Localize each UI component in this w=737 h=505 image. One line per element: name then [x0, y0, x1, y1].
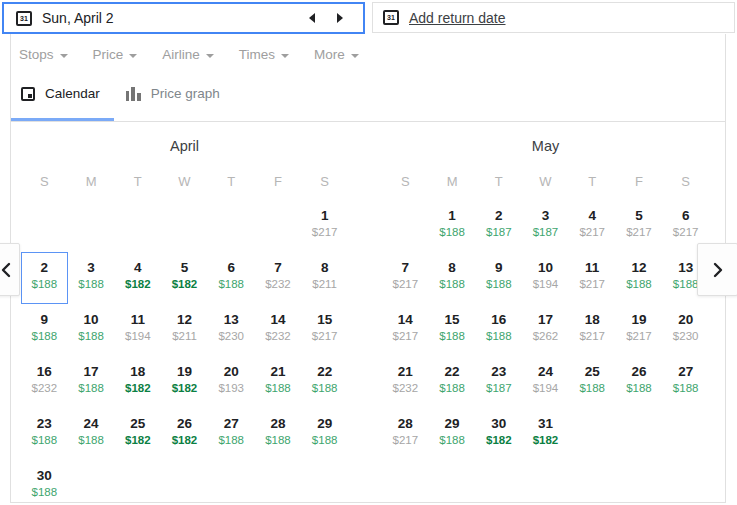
calendar-day-cell[interactable]: 15$217	[301, 304, 348, 356]
calendar-day-cell[interactable]: 28$188	[255, 408, 302, 460]
filter-times[interactable]: Times	[239, 47, 289, 62]
calendar-day-cell[interactable]: 15$188	[429, 304, 476, 356]
next-day-button[interactable]	[329, 4, 351, 32]
calendar-day-cell[interactable]: 6$188	[208, 252, 255, 304]
calendar-day-cell[interactable]: 22$188	[301, 356, 348, 408]
calendar-day-cell[interactable]: 20$193	[208, 356, 255, 408]
previous-day-button[interactable]	[301, 4, 323, 32]
calendar-day-cell[interactable]: 19$182	[161, 356, 208, 408]
calendar-day-cell[interactable]: 21$232	[382, 356, 429, 408]
tab-price-graph[interactable]: Price graph	[126, 86, 220, 101]
filter-more[interactable]: More	[314, 47, 359, 62]
day-number: 19	[162, 364, 207, 380]
calendar-day-cell[interactable]: 30$182	[475, 408, 522, 460]
calendar-day-cell[interactable]: 23$188	[21, 408, 68, 460]
add-return-date-link[interactable]: Add return date	[409, 10, 506, 26]
calendar-day-cell[interactable]: 10$194	[522, 252, 569, 304]
calendar-day-cell[interactable]: 14$217	[382, 304, 429, 356]
calendar-day-cell[interactable]: 9$188	[475, 252, 522, 304]
calendar-day-cell[interactable]: 21$188	[255, 356, 302, 408]
day-header: W	[161, 174, 208, 194]
calendar-day-cell[interactable]: 24$188	[68, 408, 115, 460]
calendar-day-cell[interactable]: 18$182	[114, 356, 161, 408]
calendar-day-cell[interactable]: 28$217	[382, 408, 429, 460]
calendar-day-cell[interactable]: 2$188	[21, 252, 68, 304]
day-number: 5	[617, 208, 662, 224]
day-number: 29	[302, 416, 347, 432]
filter-price[interactable]: Price	[93, 47, 138, 62]
day-number: 13	[209, 312, 254, 328]
calendar-day-cell[interactable]: 27$188	[208, 408, 255, 460]
day-header: S	[662, 174, 709, 194]
filter-stops[interactable]: Stops	[19, 47, 68, 62]
day-number: 20	[663, 312, 708, 328]
calendar-day-cell[interactable]: 11$194	[114, 304, 161, 356]
calendar-day-cell[interactable]: 8$211	[301, 252, 348, 304]
day-number: 4	[570, 208, 615, 224]
day-price: $188	[209, 433, 254, 448]
calendar-day-cell[interactable]: 31$182	[522, 408, 569, 460]
departure-date-field[interactable]: 31 Sun, April 2	[2, 2, 365, 34]
calendar-day-cell[interactable]: 26$182	[161, 408, 208, 460]
calendar-day-cell[interactable]: 16$188	[475, 304, 522, 356]
calendar-day-cell[interactable]: 30$188	[21, 460, 68, 505]
day-price: $217	[570, 277, 615, 292]
calendar-day-cell[interactable]: 16$232	[21, 356, 68, 408]
calendar-31-icon: 31	[383, 10, 399, 25]
calendar-day-cell[interactable]: 3$188	[68, 252, 115, 304]
calendar-day-cell[interactable]: 13$230	[208, 304, 255, 356]
calendar-day-cell[interactable]: 24$194	[522, 356, 569, 408]
next-months-button[interactable]	[697, 243, 737, 296]
calendar-day-cell[interactable]: 4$217	[569, 200, 616, 252]
day-header: S	[301, 174, 348, 194]
calendar-day-cell[interactable]: 17$188	[68, 356, 115, 408]
calendar-day-cell[interactable]: 5$217	[616, 200, 663, 252]
calendar-day-cell[interactable]: 4$182	[114, 252, 161, 304]
calendar-day-cell[interactable]: 3$187	[522, 200, 569, 252]
calendar-day-cell[interactable]: 20$230	[662, 304, 709, 356]
calendar-day-cell[interactable]: 29$188	[429, 408, 476, 460]
day-number: 27	[663, 364, 708, 380]
calendar-day-cell[interactable]: 1$217	[301, 200, 348, 252]
day-price: $194	[523, 277, 568, 292]
calendar-day-cell[interactable]: 11$217	[569, 252, 616, 304]
calendar-day-cell[interactable]: 5$182	[161, 252, 208, 304]
day-price: $188	[302, 433, 347, 448]
calendar-day-cell[interactable]: 12$188	[616, 252, 663, 304]
calendar-day-cell[interactable]: 27$188	[662, 356, 709, 408]
chevron-right-icon	[713, 262, 723, 278]
day-number: 27	[209, 416, 254, 432]
calendar-day-cell[interactable]: 25$188	[569, 356, 616, 408]
calendar-day-cell[interactable]: 12$211	[161, 304, 208, 356]
calendar-day-cell[interactable]: 19$217	[616, 304, 663, 356]
calendar-day-cell[interactable]: 2$187	[475, 200, 522, 252]
empty-day-cell	[68, 200, 115, 252]
day-number: 2	[476, 208, 521, 224]
filter-bar: Stops Price Airline Times More	[19, 47, 384, 62]
tab-calendar[interactable]: Calendar	[21, 86, 100, 101]
calendar-day-cell[interactable]: 22$188	[429, 356, 476, 408]
calendar-day-cell[interactable]: 7$217	[382, 252, 429, 304]
filter-label: More	[314, 47, 345, 62]
day-number: 29	[430, 416, 475, 432]
day-price: $182	[115, 277, 160, 292]
return-date-field[interactable]: 31 Add return date	[372, 2, 735, 33]
calendar-day-cell[interactable]: 25$182	[114, 408, 161, 460]
calendar-day-cell[interactable]: 17$262	[522, 304, 569, 356]
calendar-day-cell[interactable]: 8$188	[429, 252, 476, 304]
day-number: 28	[383, 416, 428, 432]
day-price: $188	[476, 329, 521, 344]
calendar-day-cell[interactable]: 14$232	[255, 304, 302, 356]
filter-airline[interactable]: Airline	[162, 47, 214, 62]
calendar-day-cell[interactable]: 1$188	[429, 200, 476, 252]
calendar-day-cell[interactable]: 26$188	[616, 356, 663, 408]
day-price: $188	[69, 277, 114, 292]
calendar-day-cell[interactable]: 18$217	[569, 304, 616, 356]
calendar-day-cell[interactable]: 29$188	[301, 408, 348, 460]
calendar-day-cell[interactable]: 23$187	[475, 356, 522, 408]
calendar-day-cell[interactable]: 10$188	[68, 304, 115, 356]
calendar-day-cell[interactable]: 9$188	[21, 304, 68, 356]
calendar-day-cell[interactable]: 7$232	[255, 252, 302, 304]
previous-months-button[interactable]	[0, 243, 20, 296]
empty-day-cell	[68, 460, 115, 505]
